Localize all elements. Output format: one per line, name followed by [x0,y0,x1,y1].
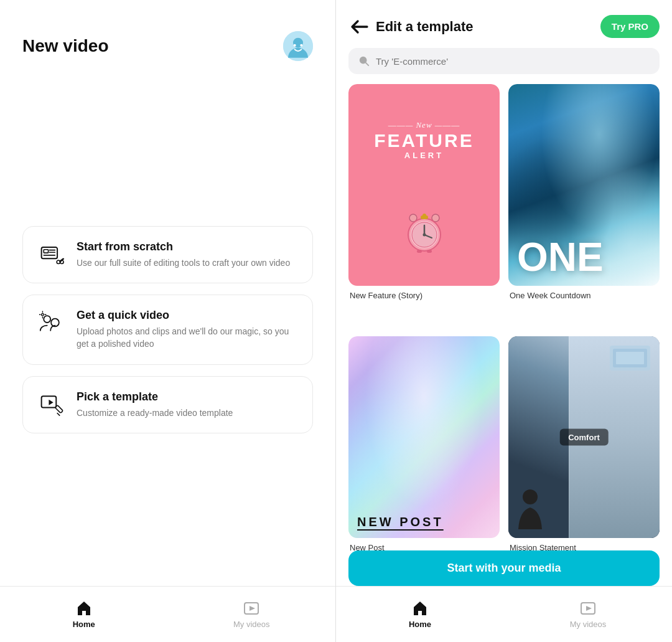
quick-desc: Upload photos and clips and we'll do our… [77,326,297,350]
svg-point-37 [422,214,426,217]
svg-rect-39 [427,250,432,253]
template-card-new-feature[interactable]: — New — FEATURE ALERT [348,84,500,328]
left-content: Start from scratch Use our full suite of… [0,73,335,586]
avatar-icon [283,31,313,61]
svg-rect-20 [42,396,57,407]
svg-marker-25 [250,606,255,611]
home-icon-right [411,600,429,617]
left-home-label: Home [73,620,95,629]
feature-text-block: — New — FEATURE ALERT [374,120,474,160]
template-title: Pick a template [77,390,233,404]
quick-video-card[interactable]: Get a quick video Upload photos and clip… [22,295,313,364]
one-text: ONE [517,237,604,277]
template-thumb-holo: NEW POST [348,336,500,538]
scratch-option-text: Start from scratch Use our full suite of… [77,240,290,270]
svg-point-2 [294,44,296,47]
left-bottom-nav: Home My videos [0,586,335,642]
pick-template-card[interactable]: Pick a template Customize a ready-made v… [22,376,313,434]
person-silhouette [513,486,548,536]
template-card-one-week[interactable]: ONE One Week Countdown [508,84,660,328]
back-arrow-icon [348,16,371,38]
myvideos-icon-left [243,600,260,617]
quick-video-icon [38,309,65,336]
svg-point-13 [44,316,50,323]
quick-option-text: Get a quick video Upload photos and clip… [77,309,297,350]
feature-main-text: FEATURE [374,130,474,151]
svg-point-15 [42,314,44,316]
avatar[interactable] [283,31,313,61]
start-media-button[interactable]: Start with your media [348,550,660,586]
right-home-label: Home [409,620,431,629]
search-input[interactable] [376,56,650,67]
template-label-new-feature: New Feature (Story) [348,291,500,300]
scratch-title: Start from scratch [77,240,290,253]
svg-point-35 [422,233,426,236]
left-title: New video [22,36,108,56]
back-button[interactable] [348,16,371,38]
search-icon [358,55,370,67]
right-nav-myvideos[interactable]: My videos [504,600,672,629]
svg-rect-38 [417,250,422,253]
car-screens [610,346,653,377]
right-title: Edit a template [376,19,600,35]
left-panel: New video [0,0,336,642]
left-myvideos-label: My videos [233,620,270,629]
svg-line-27 [366,63,369,66]
template-thumb-pink: — New — FEATURE ALERT [348,84,500,286]
svg-rect-22 [55,405,63,413]
alarm-clock-illustration [399,207,449,257]
left-nav-home[interactable]: Home [0,600,168,629]
template-card-new-post[interactable]: NEW POST New Post [348,336,500,580]
svg-point-3 [300,44,302,47]
scratch-desc: Use our full suite of editing tools to c… [77,257,290,270]
feature-alert-text: ALERT [374,151,474,160]
template-label-one-week: One Week Countdown [508,291,660,300]
left-header: New video [0,0,335,73]
home-icon-left [75,600,93,617]
right-panel: Edit a template Try PRO — New — FEATURE … [336,0,672,642]
scratch-icon [38,240,65,268]
svg-point-40 [523,489,538,504]
template-desc: Customize a ready-made video template [77,407,233,420]
start-from-scratch-card[interactable]: Start from scratch Use our full suite of… [22,226,313,284]
svg-marker-21 [49,399,53,405]
right-nav-home[interactable]: Home [336,600,504,629]
template-thumb-ocean: ONE [508,84,660,286]
template-card-mission[interactable]: Comfort Mission Statement [508,336,660,580]
svg-rect-5 [44,250,48,253]
template-thumb-car: Comfort [508,336,660,538]
right-header: Edit a template Try PRO [336,0,672,48]
feature-new-text: — New — [374,120,474,130]
template-icon [38,390,65,418]
comfort-badge: Comfort [559,429,609,446]
svg-marker-45 [586,606,592,611]
quick-title: Get a quick video [77,309,297,322]
new-post-text: NEW POST [357,515,444,529]
search-bar [348,48,660,74]
svg-rect-43 [616,352,644,364]
template-option-text: Pick a template Customize a ready-made v… [77,390,233,420]
try-pro-button[interactable]: Try PRO [600,15,660,38]
svg-line-23 [57,413,60,415]
myvideos-icon-right [579,600,597,617]
right-myvideos-label: My videos [570,620,607,629]
right-bottom-nav: Home My videos [336,586,672,642]
left-nav-myvideos[interactable]: My videos [168,600,336,629]
